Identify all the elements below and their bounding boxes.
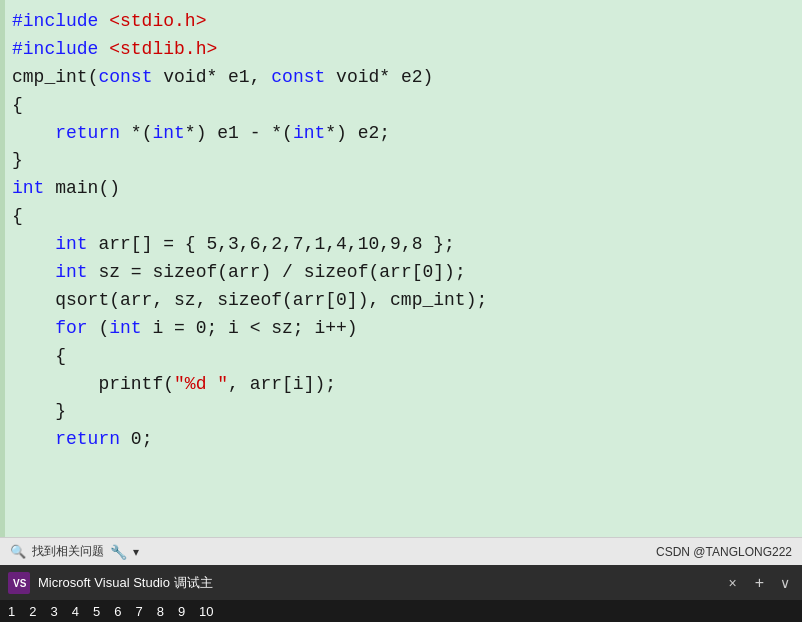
code-line: } (12, 147, 790, 175)
taskbar-title: Microsoft Visual Studio 调试主 (38, 574, 714, 592)
number-item: 4 (72, 604, 79, 619)
code-line: return *(int*) e1 - *(int*) e2; (12, 120, 790, 148)
code-line: printf("%d ", arr[i]); (12, 371, 790, 399)
code-lines: #include <stdio.h>#include <stdlib.h>cmp… (12, 8, 790, 454)
find-text: 找到相关问题 (32, 543, 104, 560)
code-line: } (12, 398, 790, 426)
svg-text:VS: VS (13, 578, 27, 589)
number-item: 10 (199, 604, 213, 619)
vs-logo-svg: VS (11, 575, 27, 591)
number-item: 5 (93, 604, 100, 619)
code-line: int arr[] = { 5,3,6,2,7,1,4,10,9,8 }; (12, 231, 790, 259)
vs-icon: VS (8, 572, 30, 594)
code-line: cmp_int(const void* e1, const void* e2) (12, 64, 790, 92)
settings-icon[interactable]: 🔧 (110, 544, 127, 560)
number-item: 2 (29, 604, 36, 619)
status-left: 🔍 找到相关问题 🔧 ▾ (10, 543, 139, 560)
taskbar-plus-button[interactable]: + (751, 572, 768, 594)
code-line: { (12, 203, 790, 231)
number-item: 6 (114, 604, 121, 619)
code-line: { (12, 92, 790, 120)
code-line: { (12, 343, 790, 371)
code-editor: #include <stdio.h>#include <stdlib.h>cmp… (0, 0, 802, 565)
branding: CSDN @TANGLONG222 (656, 545, 792, 559)
code-line: qsort(arr, sz, sizeof(arr[0]), cmp_int); (12, 287, 790, 315)
code-line: #include <stdio.h> (12, 8, 790, 36)
taskbar-chevron-button[interactable]: ∨ (776, 573, 794, 593)
bottom-bar: VS Microsoft Visual Studio 调试主 × + ∨ 123… (0, 565, 802, 622)
code-line: for (int i = 0; i < sz; i++) (12, 315, 790, 343)
taskbar-close-button[interactable]: × (722, 573, 742, 593)
status-bar: 🔍 找到相关问题 🔧 ▾ CSDN @TANGLONG222 (0, 537, 802, 565)
number-item: 9 (178, 604, 185, 619)
left-border (0, 0, 5, 565)
number-item: 7 (135, 604, 142, 619)
taskbar-row: VS Microsoft Visual Studio 调试主 × + ∨ (0, 565, 802, 600)
number-item: 3 (50, 604, 57, 619)
find-icon: 🔍 (10, 544, 26, 559)
code-line: return 0; (12, 426, 790, 454)
number-item: 8 (157, 604, 164, 619)
number-row: 12345678910 (0, 600, 802, 622)
code-line: #include <stdlib.h> (12, 36, 790, 64)
number-item: 1 (8, 604, 15, 619)
settings-arrow: ▾ (133, 545, 139, 559)
code-line: int main() (12, 175, 790, 203)
code-line: int sz = sizeof(arr) / sizeof(arr[0]); (12, 259, 790, 287)
